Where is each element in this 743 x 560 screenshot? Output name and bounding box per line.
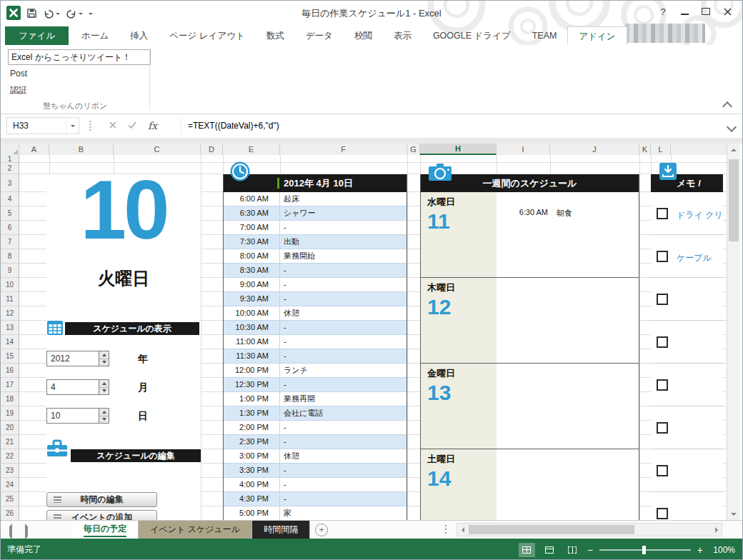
row-header[interactable]: 18 (1, 392, 19, 406)
enter-check-icon[interactable] (128, 121, 136, 131)
column-header[interactable]: I (497, 144, 550, 155)
maximize-button[interactable] (695, 2, 717, 21)
schedule-event-cell[interactable]: 起床 (280, 192, 407, 206)
column-header[interactable]: G (407, 144, 420, 155)
schedule-time-cell[interactable]: 2:30 PM (224, 435, 280, 449)
row-header[interactable]: 14 (1, 335, 19, 349)
row-header[interactable]: 11 (1, 292, 19, 306)
month-input[interactable]: 4 (46, 379, 99, 395)
schedule-event-cell[interactable]: - (280, 464, 407, 477)
row-header[interactable]: 12 (1, 306, 19, 321)
save-icon[interactable] (26, 8, 37, 21)
schedule-time-cell[interactable]: 8:00 AM (224, 249, 280, 263)
schedule-event-cell[interactable]: シャワー (280, 206, 407, 220)
insert-function-button[interactable]: fx (148, 120, 157, 131)
schedule-time-cell[interactable]: 8:30 AM (224, 264, 280, 277)
scroll-left-button[interactable] (457, 524, 468, 536)
row-header[interactable]: 9 (1, 264, 19, 278)
weekly-day-label-cell[interactable]: 土曜日14 (421, 449, 497, 520)
edit-time-button[interactable]: 時間の編集 (46, 492, 157, 507)
ribbon-tab[interactable]: ページ レイアウト (159, 26, 256, 45)
year-input[interactable]: 2012 (46, 351, 99, 366)
row-header[interactable]: 3 (1, 174, 19, 192)
weekly-day-label-cell[interactable]: 木曜日12 (421, 278, 497, 363)
ribbon-tab[interactable]: アドイン (567, 26, 627, 46)
column-header[interactable]: F (280, 144, 407, 155)
qat-customize-icon[interactable] (89, 11, 93, 17)
schedule-time-cell[interactable]: 6:00 AM (224, 192, 280, 206)
day-input[interactable]: 10 (46, 408, 99, 424)
schedule-time-cell[interactable]: 1:00 PM (224, 392, 280, 406)
row-header[interactable]: 4 (1, 192, 19, 206)
weekly-day-label-cell[interactable]: 水曜日11 (421, 192, 497, 277)
sheet-tab[interactable]: イベント スケジュール (139, 521, 252, 539)
schedule-event-cell[interactable]: - (280, 435, 407, 449)
ribbon-tab[interactable]: 校閲 (344, 26, 383, 45)
ribbon-tab[interactable]: TEAM (522, 26, 568, 45)
schedule-event-cell[interactable]: 家 (280, 506, 407, 520)
schedule-time-cell[interactable]: 12:00 PM (224, 364, 280, 377)
sheet-nav-right-button[interactable] (25, 526, 28, 536)
zoom-in-button[interactable]: + (697, 545, 703, 555)
spin-down-button[interactable] (99, 359, 109, 366)
row-header[interactable]: 23 (1, 464, 19, 478)
schedule-time-cell[interactable]: 10:30 AM (224, 321, 280, 334)
ribbon-tab[interactable]: 表示 (383, 26, 422, 45)
column-header[interactable]: L (651, 144, 671, 155)
schedule-event-cell[interactable]: - (280, 335, 407, 349)
column-header[interactable]: A (19, 144, 49, 155)
schedule-time-cell[interactable]: 11:30 AM (224, 349, 280, 363)
weekly-day-label-cell[interactable]: 金曜日13 (421, 364, 497, 449)
schedule-time-cell[interactable]: 7:00 AM (224, 221, 280, 234)
horizontal-scrollbar-thumb[interactable] (469, 525, 634, 534)
schedule-event-cell[interactable]: - (280, 349, 407, 363)
schedule-time-cell[interactable]: 1:30 PM (224, 406, 280, 420)
row-header[interactable]: 16 (1, 364, 19, 378)
zoom-slider[interactable] (599, 549, 691, 551)
schedule-time-cell[interactable]: 4:30 PM (224, 492, 280, 506)
row-header[interactable]: 8 (1, 249, 19, 264)
column-header[interactable]: B (49, 144, 114, 155)
cancel-icon[interactable] (109, 121, 116, 131)
weekly-entry-time[interactable]: 6:30 AM (497, 208, 548, 222)
name-box[interactable]: H33 (6, 117, 79, 134)
sheet-tab[interactable]: 時間間隔 (252, 521, 310, 539)
memo-checkbox[interactable] (657, 251, 668, 262)
formula-input[interactable]: =TEXT((DateVal)+6,"d") (188, 117, 279, 134)
memo-checkbox[interactable] (657, 294, 668, 305)
page-break-view-button[interactable] (564, 543, 581, 557)
schedule-event-cell[interactable]: 業務再開 (280, 392, 407, 406)
schedule-event-cell[interactable]: 休憩 (280, 306, 407, 320)
post-button[interactable]: Post (10, 69, 27, 79)
schedule-event-cell[interactable]: - (280, 264, 407, 277)
schedule-time-cell[interactable]: 11:00 AM (224, 335, 280, 349)
page-layout-view-button[interactable] (542, 543, 558, 557)
zoom-slider-thumb[interactable] (642, 546, 646, 554)
close-button[interactable] (717, 2, 738, 21)
memo-item-text[interactable]: ケーブル (677, 252, 712, 264)
schedule-time-cell[interactable]: 3:00 PM (224, 449, 280, 463)
undo-icon[interactable] (43, 9, 60, 19)
redo-icon[interactable] (66, 9, 83, 19)
normal-view-button[interactable] (519, 543, 535, 557)
schedule-event-cell[interactable]: - (280, 421, 407, 434)
ribbon-tab[interactable]: 数式 (256, 26, 295, 45)
spin-down-button[interactable] (99, 388, 109, 395)
spin-down-button[interactable] (99, 416, 109, 424)
add-event-button[interactable]: イベントの追加 (46, 510, 157, 520)
row-header[interactable]: 24 (1, 478, 19, 492)
schedule-event-cell[interactable]: 出勤 (280, 235, 407, 249)
vertical-scrollbar[interactable] (727, 144, 740, 520)
memo-checkbox[interactable] (657, 208, 668, 219)
schedule-event-cell[interactable]: - (280, 492, 407, 506)
ribbon-tab[interactable]: ホーム (71, 26, 119, 45)
minimize-button[interactable] (674, 2, 695, 21)
scroll-up-button[interactable] (727, 144, 740, 156)
scroll-down-button[interactable] (727, 508, 740, 520)
row-header[interactable]: 7 (1, 235, 19, 249)
row-header[interactable]: 21 (1, 435, 19, 449)
schedule-event-cell[interactable]: 会社に電話 (280, 406, 407, 420)
row-header[interactable]: 10 (1, 278, 19, 292)
vertical-scrollbar-thumb[interactable] (729, 159, 739, 241)
row-header[interactable]: 22 (1, 449, 19, 464)
